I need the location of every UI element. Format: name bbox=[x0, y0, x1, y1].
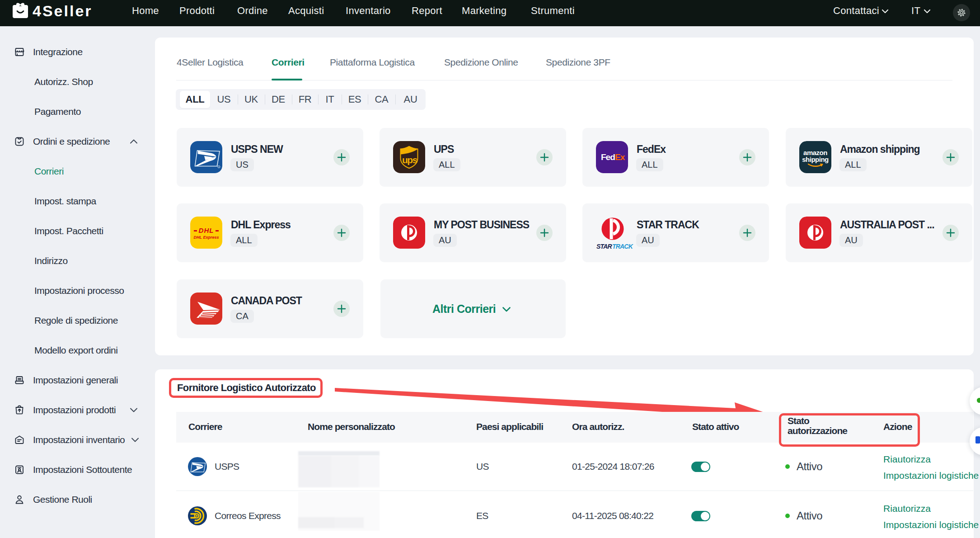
svg-text:ups: ups bbox=[402, 155, 417, 165]
svg-text:Fed: Fed bbox=[601, 152, 615, 162]
svg-text:Ex: Ex bbox=[615, 152, 625, 162]
svg-text:TRACK: TRACK bbox=[612, 243, 633, 250]
svg-text:STAR: STAR bbox=[596, 243, 613, 250]
svg-text:DHL Express: DHL Express bbox=[194, 235, 219, 240]
svg-text:DHL: DHL bbox=[199, 227, 214, 234]
svg-text:shipping: shipping bbox=[802, 156, 829, 163]
